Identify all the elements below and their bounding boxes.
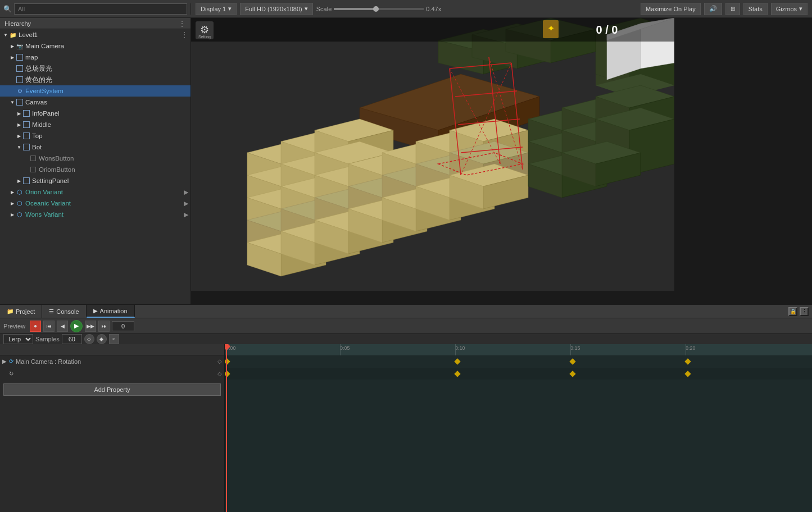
hierarchy-item-label: SettingPanel (32, 177, 69, 184)
timeline-track-area: 0:00 0:05 0:10 0:15 0:20 (225, 344, 812, 512)
hierarchy-item-orion-variant[interactable]: ▶ ⬡ Orion Variant ▶ (0, 186, 190, 198)
cube-icon (29, 166, 37, 173)
scale-slider[interactable] (334, 8, 424, 10)
gizmos-button[interactable]: Gizmos ▾ (771, 3, 808, 15)
no-arrow (22, 166, 29, 173)
keyframe-snap-all-button[interactable]: ◆ (97, 334, 107, 344)
hierarchy-item-main-camera[interactable]: ▶ 📷 Main Camera (0, 40, 190, 52)
camera-icon: 📷 (16, 42, 24, 50)
keyframe-snap-button[interactable]: ◇ (84, 334, 94, 344)
cube-icon (16, 65, 24, 72)
hierarchy-item-label: 总场景光 (25, 65, 52, 73)
cube-icon (22, 143, 30, 151)
tab-project[interactable]: 📁 Project (0, 305, 42, 318)
tab-console[interactable]: ☰ Console (42, 305, 86, 318)
hierarchy-item-label: Middle (32, 121, 51, 128)
item-menu-button[interactable]: ⋮ (180, 30, 188, 39)
hierarchy-item-oriom-button[interactable]: OriomButton (0, 164, 190, 175)
hierarchy-item-level1[interactable]: ▼ 📁 Level1 ⋮ (0, 29, 190, 40)
scale-control: Scale 0.47x (316, 6, 441, 12)
keyframe-2-1[interactable] (454, 371, 460, 377)
expand-arrow: ▶ (16, 132, 22, 139)
step-back-button[interactable]: ◀ (57, 321, 68, 332)
hierarchy-item-middle[interactable]: ▶ Middle (0, 119, 190, 130)
game-scene-svg: ⚙ Setting ✦ 0 / 0 ♛ 0 (191, 18, 674, 291)
panel-menu-button[interactable]: ⋮ (800, 307, 809, 316)
resolution-dropdown[interactable]: Full HD (1920x1080) ▾ (240, 3, 313, 15)
step-forward-end-button[interactable]: ⏭ (98, 321, 110, 332)
hierarchy-toolbar: 🔍 (0, 3, 191, 15)
expand-arrow: ▼ (9, 99, 16, 106)
hierarchy-item-total-scene[interactable]: 总场景光 (0, 63, 190, 74)
maximize-on-play-button[interactable]: Maximize On Play (641, 3, 701, 15)
stats-button[interactable]: Stats (743, 3, 768, 15)
tab-animation[interactable]: ▶ Animation (87, 305, 135, 318)
animation-icon: ▶ (93, 308, 98, 314)
search-icon: 🔍 (3, 5, 12, 13)
aspect-ratio-button[interactable]: ⊞ (725, 3, 740, 15)
samples-input[interactable] (62, 334, 82, 344)
ruler-label-010: 0:10 (455, 345, 465, 351)
hierarchy-item-yellow-light[interactable]: 黄色的光 (0, 74, 190, 85)
project-icon: 📁 (7, 308, 13, 314)
hierarchy-item-label: Canvas (25, 99, 47, 106)
track-row-main-camera[interactable]: ▶ ⟳ Main Camera : Rotation ◇ (0, 355, 224, 368)
keyframe-1-3[interactable] (684, 358, 691, 364)
expand-arrow: ▶ (9, 54, 16, 61)
lerp-dropdown[interactable]: Lerp (3, 334, 33, 344)
top-bar: 🔍 Display 1 ▾ Full HD (1920x1080) ▾ Scal… (0, 0, 812, 18)
play-button[interactable]: ▶ (70, 320, 83, 332)
no-arrow (9, 88, 16, 94)
ruler-label-015: 0:15 (570, 345, 580, 351)
hierarchy-item-event-system[interactable]: ⚙ EventSystem (0, 85, 190, 97)
chevron-down-icon: ▾ (305, 5, 308, 12)
no-arrow (9, 65, 16, 72)
step-forward-button[interactable]: ▶▶ (85, 321, 96, 332)
timeline-empty-row-6 (225, 417, 812, 429)
record-button[interactable]: ● (30, 321, 41, 332)
timeline-ruler: 0:00 0:05 0:10 0:15 0:20 (225, 344, 812, 355)
no-arrow (22, 155, 29, 162)
ruler-tick-3 (570, 344, 571, 355)
timeline-needle[interactable] (226, 344, 227, 512)
search-input[interactable] (14, 3, 187, 15)
lerp-row: Lerp Samples ◇ ◆ ≈ (0, 334, 812, 344)
hierarchy-item-bot[interactable]: ▼ Bot (0, 141, 190, 153)
timeline-empty-row-5 (225, 405, 812, 417)
hierarchy-title: Hierarchy (4, 20, 31, 27)
timeline-tracks-header (0, 344, 224, 355)
expand-arrow: ▶ (9, 200, 16, 207)
chevron-down-icon: ▾ (799, 5, 802, 12)
cube-icon (22, 177, 30, 185)
ruler-label-020: 0:20 (686, 345, 696, 351)
add-keyframe-curve-button[interactable]: ≈ (109, 334, 119, 344)
hierarchy-item-wons-variant[interactable]: ▶ ⬡ Wons Variant ▶ (0, 209, 190, 220)
timeline-empty-row-4 (225, 392, 812, 405)
step-back-start-button[interactable]: ⏮ (43, 321, 55, 332)
mute-button[interactable]: 🔊 (704, 3, 722, 15)
prefab-icon: ⬡ (16, 199, 24, 207)
hierarchy-item-label: WonsButton (39, 155, 74, 162)
console-icon: ☰ (49, 308, 54, 314)
hierarchy-menu-button[interactable]: ⋮ (178, 19, 186, 28)
keyframe-2-3[interactable] (684, 371, 691, 377)
track-row-rotation[interactable]: ↻ ◇ (0, 368, 224, 380)
keyframe-1-1[interactable] (454, 358, 460, 364)
chevron-down-icon: ▾ (228, 5, 232, 12)
hierarchy-item-map[interactable]: ▶ map (0, 52, 190, 63)
hierarchy-item-setting-panel[interactable]: ▶ SettingPanel (0, 175, 190, 186)
display-dropdown[interactable]: Display 1 ▾ (196, 3, 237, 15)
hierarchy-item-info-panel[interactable]: ▶ InfoPanel (0, 108, 190, 119)
keyframe-2-2[interactable] (569, 371, 575, 377)
hierarchy-item-oceanic-variant[interactable]: ▶ ⬡ Oceanic Variant ▶ (0, 198, 190, 209)
keyframe-1-2[interactable] (569, 358, 575, 364)
expand-arrow: ▼ (2, 31, 9, 38)
add-property-button[interactable]: Add Property (3, 383, 221, 396)
panel-lock-button[interactable]: 🔒 (788, 307, 797, 316)
cube-icon (22, 109, 30, 117)
hierarchy-item-top[interactable]: ▶ Top (0, 130, 190, 141)
ruler-tick-4 (686, 344, 686, 355)
hierarchy-item-canvas[interactable]: ▼ Canvas (0, 97, 190, 108)
time-input[interactable] (112, 321, 134, 331)
hierarchy-item-wons-button[interactable]: WonsButton (0, 153, 190, 164)
